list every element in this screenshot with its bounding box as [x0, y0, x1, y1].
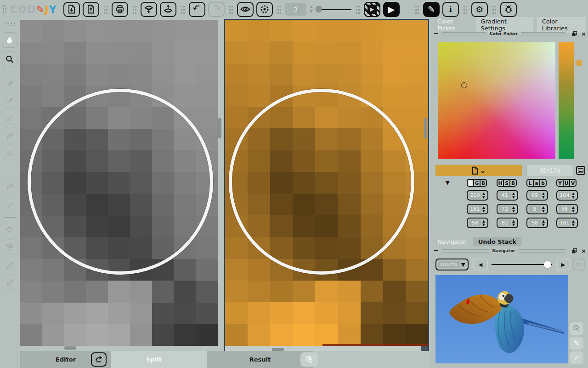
hsb-b-spinner[interactable]: 82▲▼	[497, 218, 518, 228]
undo-button[interactable]	[189, 2, 205, 17]
hand-tool[interactable]	[2, 32, 17, 48]
close-panel-button[interactable]: ×	[581, 247, 586, 254]
collapse-panel-button[interactable]: −	[434, 248, 439, 253]
pick-from-image-button[interactable]	[576, 166, 585, 175]
yuv-u-spinner[interactable]: 68▲▼	[556, 204, 578, 214]
pixel-cell	[108, 281, 130, 302]
left-vertical-scrollbar[interactable]	[218, 118, 221, 138]
color-field-cursor[interactable]	[461, 82, 467, 88]
redo-button[interactable]	[208, 2, 225, 17]
report-bug-button[interactable]	[500, 2, 517, 17]
preview-button[interactable]	[237, 2, 254, 17]
float-panel-button[interactable]	[572, 31, 577, 36]
gradient-pen-tool[interactable]	[2, 92, 17, 108]
color-field[interactable]	[438, 42, 555, 159]
right-horizontal-scrollbar[interactable]	[272, 348, 284, 351]
current-color-swatch[interactable]: ⌄	[435, 165, 522, 176]
channel-b2[interactable]: B	[509, 179, 517, 187]
preview-processing-button[interactable]: ▶	[364, 2, 380, 17]
curve-line-tool[interactable]	[2, 178, 17, 194]
apply-button[interactable]: ✓	[570, 351, 583, 364]
eraser-tool[interactable]	[2, 144, 17, 160]
tab-color-picker[interactable]: Color Picker	[435, 18, 472, 32]
navigator-preview-button[interactable]	[572, 259, 585, 270]
tab-result[interactable]: Result	[207, 351, 313, 368]
import-image-button[interactable]	[63, 2, 80, 17]
zoom-slider-knob[interactable]	[544, 261, 551, 268]
edit-mode-button[interactable]: ✎	[423, 2, 440, 17]
step-up-icon[interactable]: ▲	[310, 6, 313, 8]
hex-color-field[interactable]: d2a13a	[526, 165, 573, 176]
export-colors-button[interactable]	[160, 2, 176, 17]
hsb-h-spinner[interactable]: 41▲▼	[497, 190, 518, 201]
source-grayscale-view[interactable]	[20, 20, 218, 346]
gradient-capture-tool[interactable]	[2, 257, 17, 272]
pixel-cell	[248, 41, 270, 63]
brush-size-spinner[interactable]: 3	[285, 3, 306, 16]
close-panel-button[interactable]: ×	[581, 30, 586, 37]
hsb-mode-group[interactable]: H S B	[497, 179, 517, 187]
export-image-button[interactable]	[83, 2, 99, 17]
channel-b[interactable]: B	[480, 179, 487, 187]
tools-drag-handle[interactable]	[5, 22, 16, 27]
swap-views-button[interactable]	[91, 352, 107, 367]
yuv-v-spinner[interactable]: 161▲▼	[556, 218, 578, 228]
rgb-r-spinner[interactable]: 210▲▼	[467, 190, 488, 201]
result-color-view[interactable]	[224, 19, 429, 354]
sync-views-button[interactable]	[570, 322, 583, 335]
straight-line-tool[interactable]	[2, 198, 17, 213]
pencil-tool[interactable]	[2, 127, 17, 143]
collapse-panel-button[interactable]: −	[434, 31, 439, 36]
lab-mode-group[interactable]: L a b	[526, 179, 547, 187]
pixel-cell	[361, 281, 383, 302]
sync-zoom-button[interactable]	[300, 352, 318, 367]
colorized-viewport[interactable]	[225, 20, 428, 346]
magnifier-link-icon	[572, 324, 581, 333]
fill-tool[interactable]	[2, 222, 17, 237]
lab-l-spinner[interactable]: 69▲▼	[526, 190, 548, 201]
color-capture-tool[interactable]	[2, 274, 17, 290]
mask-preview-button[interactable]	[256, 2, 273, 17]
navigator-thumbnail[interactable]	[435, 275, 568, 363]
slider-knob[interactable]	[316, 6, 322, 12]
left-horizontal-scrollbar[interactable]	[64, 346, 76, 350]
step-down-icon[interactable]: ▼	[310, 10, 313, 13]
hue-slider[interactable]	[559, 42, 574, 159]
right-vertical-scrollbar[interactable]	[424, 118, 427, 138]
zoom-level-dropdown[interactable]: 2333.77% ▼	[435, 259, 469, 270]
zoom-in-button[interactable]: ▶	[556, 259, 571, 270]
hsb-s-spinner[interactable]: 72▲▼	[497, 204, 518, 214]
info-button[interactable]: i	[442, 2, 459, 17]
pen-mode-button[interactable]: ✎	[570, 337, 583, 350]
lab-b-spinner[interactable]: 58▲▼	[526, 218, 548, 228]
zoom-out-button[interactable]: ◀	[473, 259, 488, 270]
float-panel-button[interactable]	[572, 248, 577, 253]
channel-b3[interactable]: b	[539, 179, 547, 187]
gear-icon: ⚙	[475, 5, 483, 14]
yuv-mode-group[interactable]: Y U V	[556, 179, 577, 187]
color-pen-tool[interactable]	[2, 75, 17, 90]
lab-a-spinner[interactable]: 8▲▼	[526, 204, 548, 214]
decolor-pen-tool[interactable]	[2, 109, 17, 125]
tab-undo-stack[interactable]: Undo Stack	[473, 237, 521, 246]
zoom-slider[interactable]	[490, 259, 554, 270]
hue-slider-marker[interactable]	[575, 60, 582, 66]
pixel-cell	[108, 303, 130, 324]
import-colors-button[interactable]	[141, 2, 157, 17]
rgb-mode-group[interactable]: R G B	[467, 179, 487, 187]
process-button[interactable]: ▶	[383, 2, 400, 17]
yuv-y-spinner[interactable]: 164▲▼	[556, 190, 578, 201]
toolbar-drag-handle[interactable]	[2, 4, 6, 14]
rgb-g-spinner[interactable]: 161▲▼	[467, 204, 488, 214]
channel-v[interactable]: V	[569, 179, 577, 187]
settings-button[interactable]: ⚙	[471, 2, 488, 17]
collapse-values-icon[interactable]: ▼	[446, 180, 449, 186]
zoom-tool[interactable]	[2, 52, 17, 67]
play-icon: ▶	[388, 5, 395, 14]
brush-size-slider[interactable]	[316, 5, 351, 14]
brush-size-steppers[interactable]: ▲ ▼	[310, 6, 313, 13]
print-button[interactable]	[112, 2, 128, 17]
tab-navigator[interactable]: Navigator	[435, 238, 469, 245]
repaint-roller-tool[interactable]	[2, 239, 17, 255]
rgb-b-spinner[interactable]: 58▲▼	[467, 218, 488, 228]
